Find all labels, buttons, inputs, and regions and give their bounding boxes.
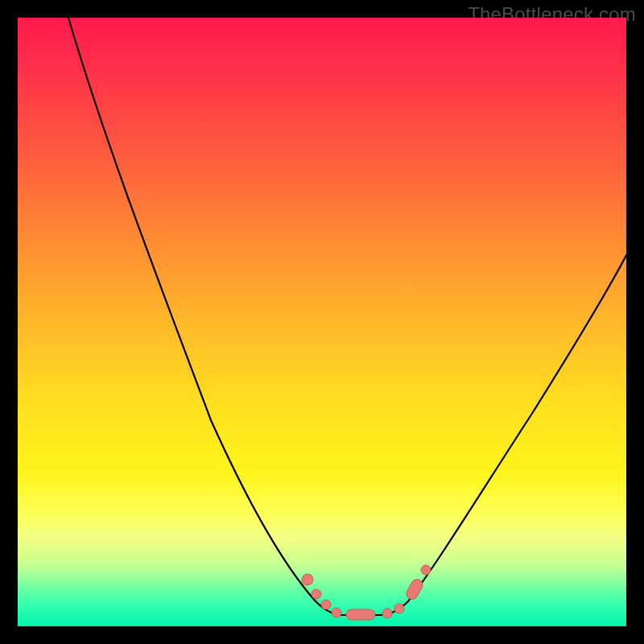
curve-svg (18, 18, 626, 626)
bead (321, 600, 331, 609)
bead (332, 608, 341, 617)
bead-long (346, 609, 375, 620)
bead (382, 609, 392, 618)
bead-cluster (302, 565, 431, 620)
plot-area (18, 18, 626, 626)
bead (394, 604, 404, 613)
bead (312, 589, 321, 599)
bead (421, 565, 431, 575)
bead-long (404, 577, 424, 601)
bead (302, 574, 313, 585)
bottleneck-curve (68, 18, 626, 615)
